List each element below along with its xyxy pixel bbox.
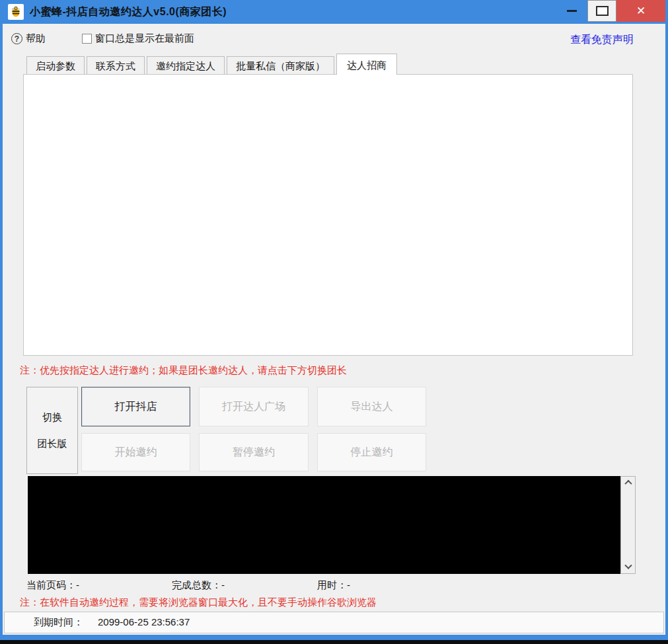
talent-recruit-panel <box>23 74 633 356</box>
log-output-area <box>28 476 636 574</box>
stop-invite-button: 停止邀约 <box>317 433 426 471</box>
close-icon: ✕ <box>636 4 646 18</box>
elapsed-time-label: 用时： <box>317 579 347 590</box>
expiry-statusbar: 到期时间：2099-06-25 23:56:37 <box>4 612 664 633</box>
elapsed-time-value: - <box>347 579 350 590</box>
scroll-down-button[interactable] <box>621 561 635 573</box>
question-circle-icon: ? <box>11 33 22 44</box>
current-page-status: 当前页码：- <box>26 579 79 592</box>
window-body: ? 帮助 窗口总是显示在最前面 查看免责声明 启动参数 联系方式 邀约指定达人 … <box>3 24 665 635</box>
chevron-down-icon <box>624 562 632 569</box>
open-douyin-store-button[interactable]: 打开抖店 <box>81 387 190 426</box>
minimize-button[interactable] <box>556 0 587 22</box>
tab-talent-recruit[interactable]: 达人招商 <box>336 54 397 75</box>
open-talent-plaza-button: 打开达人广场 <box>199 387 309 426</box>
completed-total-value: - <box>221 579 225 590</box>
current-page-value: - <box>76 579 79 590</box>
window-title: 小蜜蜂-抖店自动邀约达人v5.0(商家团长) <box>30 5 227 19</box>
tab-batch-pm-merchant[interactable]: 批量私信（商家版） <box>227 56 334 74</box>
expiry-text: 到期时间：2099-06-25 23:56:37 <box>19 616 190 629</box>
app-window: 小蜜蜂-抖店自动邀约达人v5.0(商家团长) ✕ ? 帮助 窗口总是显示在最前面… <box>0 0 668 644</box>
start-invite-button: 开始邀约 <box>81 433 190 471</box>
chevron-up-icon <box>624 480 632 487</box>
switch-leader-line2: 团长版 <box>38 430 67 457</box>
tab-contact-method[interactable]: 联系方式 <box>87 56 145 74</box>
expiry-value: 2099-06-25 23:56:37 <box>98 616 190 627</box>
maximize-icon <box>596 6 609 16</box>
disclaimer-link[interactable]: 查看免责声明 <box>570 33 634 47</box>
help-label: 帮助 <box>26 32 46 45</box>
completed-total-status: 完成总数：- <box>172 579 225 592</box>
close-button[interactable]: ✕ <box>616 0 665 22</box>
log-scrollbar[interactable] <box>620 476 636 574</box>
always-on-top-label: 窗口总是显示在最前面 <box>95 32 194 45</box>
tab-startup-params[interactable]: 启动参数 <box>26 56 85 74</box>
scroll-up-button[interactable] <box>621 477 635 489</box>
window-controls: ✕ <box>556 0 665 22</box>
bottom-shadow-strip <box>0 640 668 644</box>
bee-icon <box>10 6 22 18</box>
expiry-label: 到期时间： <box>34 616 83 627</box>
priority-warning-note: 注：优先按指定达人进行邀约；如果是团长邀约达人，请点击下方切换团长 <box>20 364 347 377</box>
completed-total-label: 完成总数： <box>172 579 221 590</box>
tab-invite-specified[interactable]: 邀约指定达人 <box>147 56 225 74</box>
titlebar: 小蜜蜂-抖店自动邀约达人v5.0(商家团长) ✕ <box>0 0 668 24</box>
elapsed-time-status: 用时：- <box>317 579 350 592</box>
switch-leader-line1: 切换 <box>42 404 62 430</box>
maximize-button[interactable] <box>587 0 616 22</box>
current-page-label: 当前页码： <box>26 579 76 590</box>
bee-app-icon <box>8 4 24 20</box>
browser-warning-note: 注：在软件自动邀约过程，需要将浏览器窗口最大化，且不要手动操作谷歌浏览器 <box>20 596 377 609</box>
export-talent-button: 导出达人 <box>317 387 426 426</box>
help-button[interactable]: ? 帮助 <box>11 32 46 45</box>
minimize-icon <box>567 10 577 12</box>
tab-strip: 启动参数 联系方式 邀约指定达人 批量私信（商家版） 达人招商 <box>26 56 397 74</box>
always-on-top-option[interactable]: 窗口总是显示在最前面 <box>82 32 194 45</box>
pause-invite-button: 暂停邀约 <box>199 433 309 471</box>
always-on-top-checkbox[interactable] <box>82 34 92 44</box>
switch-leader-version-button[interactable]: 切换 团长版 <box>26 387 78 474</box>
